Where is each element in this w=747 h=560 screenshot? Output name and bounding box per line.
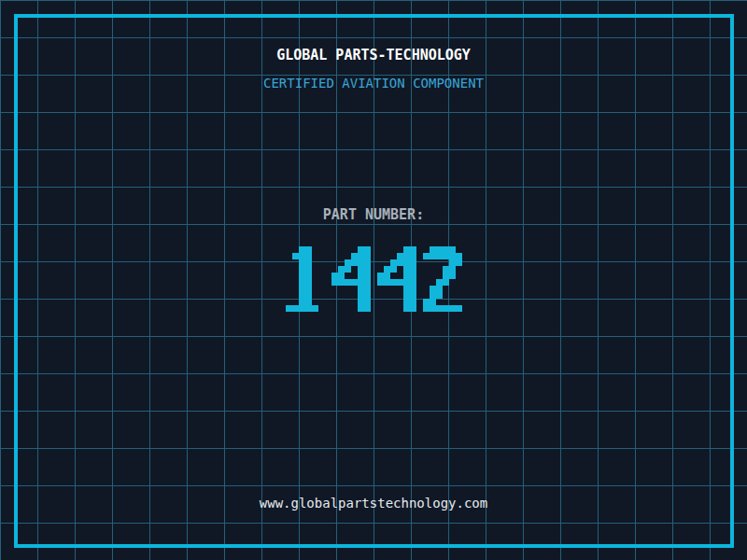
certification-subtitle: CERTIFIED AVIATION COMPONENT bbox=[0, 76, 747, 91]
part-number-label: PART NUMBER: bbox=[0, 206, 747, 223]
company-title: GLOBAL PARTS-TECHNOLOGY bbox=[0, 47, 747, 63]
website-url: www.globalpartstechnology.com bbox=[0, 496, 747, 511]
part-number-value bbox=[0, 246, 747, 312]
blueprint-canvas: { "theme": { "background": "#101826", "g… bbox=[0, 0, 747, 560]
